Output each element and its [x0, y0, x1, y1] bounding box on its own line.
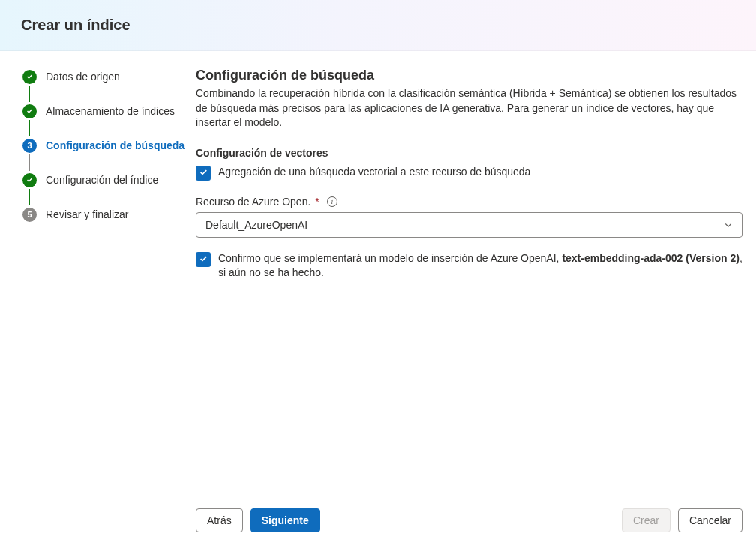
wizard-footer: Atrás Siguiente Crear Cancelar: [196, 500, 742, 532]
footer-right-group: Crear Cancelar: [622, 508, 742, 532]
resource-label-row: Recurso de Azure Open. * i: [196, 196, 742, 208]
wizard-steps-sidebar: Datos de origen Almacenamiento de índice…: [0, 51, 182, 543]
cancel-button[interactable]: Cancelar: [678, 508, 742, 532]
step-connector: [29, 120, 30, 136]
step-number-icon: 3: [22, 139, 37, 153]
vector-search-checkbox-label: Agregación de una búsqueda vectorial a e…: [218, 165, 530, 180]
check-circle-icon: [22, 104, 37, 118]
page-header: Crear un índice: [0, 0, 756, 51]
confirm-model-checkbox-row: Confirmo que se implementará un modelo d…: [196, 251, 742, 280]
wizard-step-review[interactable]: 5 Revisar y finalizar: [22, 206, 174, 224]
wizard-step-label: Almacenamiento de índices: [46, 105, 175, 117]
check-circle-icon: [22, 70, 37, 84]
check-circle-icon: [22, 173, 37, 188]
dropdown-selected-value: Default_AzureOpenAI: [206, 219, 308, 231]
wizard-step-index-config[interactable]: Configuración del índice: [22, 171, 174, 189]
wizard-step-label: Datos de origen: [46, 70, 120, 82]
vector-search-checkbox[interactable]: [196, 166, 211, 181]
confirm-model-checkbox-label: Confirmo que se implementará un modelo d…: [218, 251, 742, 280]
required-asterisk-icon: *: [315, 196, 319, 208]
wizard-step-list: Datos de origen Almacenamiento de índice…: [22, 68, 174, 224]
step-number-icon: 5: [22, 208, 37, 222]
wizard-step-search-config[interactable]: 3 Configuración de búsqueda: [22, 136, 174, 154]
main-panel: Configuración de búsqueda Combinando la …: [182, 51, 756, 543]
wizard-step-label: Revisar y finalizar: [46, 208, 128, 220]
wizard-step-index-storage[interactable]: Almacenamiento de índices: [22, 102, 174, 120]
chevron-down-icon: [724, 220, 733, 230]
azure-openai-resource-dropdown[interactable]: Default_AzureOpenAI: [196, 212, 742, 238]
resource-field-label: Recurso de Azure Open.: [196, 196, 310, 208]
section-description: Combinando la recuperación híbrida con l…: [196, 86, 742, 130]
wizard-step-label: Configuración del índice: [46, 174, 158, 186]
wizard-step-label: Configuración de búsqueda: [46, 140, 184, 152]
section-title: Configuración de búsqueda: [196, 68, 742, 83]
step-connector: [29, 189, 30, 206]
main-content: Configuración de búsqueda Combinando la …: [196, 68, 742, 500]
body: Datos de origen Almacenamiento de índice…: [0, 51, 756, 543]
step-connector: [29, 154, 30, 171]
confirm-model-name: text-embedding-ada-002 (Version 2): [562, 252, 740, 264]
confirm-text-prefix: Confirmo que se implementará un modelo d…: [218, 252, 562, 264]
back-button[interactable]: Atrás: [196, 508, 243, 532]
confirm-model-checkbox[interactable]: [196, 252, 211, 267]
info-icon[interactable]: i: [327, 196, 338, 207]
step-connector: [29, 86, 30, 102]
wizard-step-data-source[interactable]: Datos de origen: [22, 68, 174, 86]
vector-config-title: Configuración de vectores: [196, 147, 742, 159]
next-button[interactable]: Siguiente: [250, 508, 320, 532]
footer-left-group: Atrás Siguiente: [196, 508, 320, 532]
page-title: Crear un índice: [21, 16, 130, 34]
vector-search-checkbox-row: Agregación de una búsqueda vectorial a e…: [196, 165, 742, 181]
create-button: Crear: [622, 508, 670, 532]
